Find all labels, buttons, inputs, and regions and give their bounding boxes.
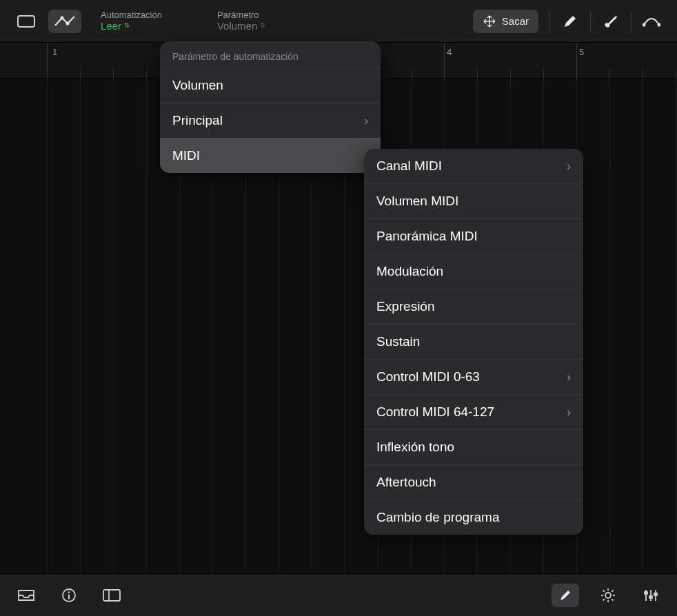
tray-button[interactable] [12,584,40,607]
automation-mode-label: Automatización [101,10,162,21]
menu-title: Parámetro de automatización [160,41,381,68]
brush-tool-button[interactable] [595,10,627,33]
midi-submenu: Canal MIDI›Volumen MIDIPanorámica MIDIMo… [364,149,583,535]
ruler-minor-tick [643,69,643,79]
automation-menu-item[interactable]: Principal› [160,103,381,138]
svg-point-1 [61,16,64,19]
svg-rect-20 [645,592,647,594]
midi-menu-item[interactable]: Panorámica MIDI [364,218,583,254]
curve-icon [643,15,660,28]
pencil-icon [558,588,572,602]
ruler-number: 5 [579,47,584,57]
svg-rect-0 [18,16,34,27]
svg-point-2 [66,21,70,25]
chevron-right-icon: › [567,370,571,384]
menu-item-label: Aftertouch [376,475,436,490]
midi-menu-item[interactable]: Sustain [364,324,583,359]
divider [631,12,631,31]
header-labels: Automatización Leer ⇅ Parámetro Volumen … [101,10,265,33]
ruler-number: 1 [52,47,57,57]
menu-item-label: Volumen MIDI [376,194,458,209]
mixer-button[interactable] [637,584,665,607]
menu-item-label: Volumen [172,78,223,93]
menu-item-label: Inflexión tono [376,440,454,455]
menu-item-label: Principal [172,113,223,128]
top-toolbar: Automatización Leer ⇅ Parámetro Volumen … [0,0,677,43]
ruler-minor-tick [80,69,81,79]
chevron-right-icon: › [567,405,571,420]
automation-mode-value: Leer [101,20,121,32]
menu-item-label: Control MIDI 64-127 [376,404,494,420]
menu-item-label: Panorámica MIDI [376,229,478,244]
svg-rect-22 [649,596,652,598]
menu-item-label: Sustain [376,334,420,349]
brush-icon [603,14,619,29]
chevron-right-icon: › [567,159,571,174]
midi-menu-item[interactable]: Control MIDI 0-63› [364,359,583,394]
sidebar-panel-icon [103,589,121,602]
midi-menu-item[interactable]: Expresión [364,289,583,324]
menu-item-label: Canal MIDI [376,158,442,174]
grid-line [113,79,114,573]
info-button[interactable] [55,584,83,607]
bottom-toolbar [0,573,677,616]
menu-item-label: Expresión [376,299,435,314]
move-icon [483,14,496,28]
grid-line [47,79,48,573]
ruler-minor-tick [477,69,478,79]
ruler-minor-tick [543,69,544,79]
svg-rect-7 [68,594,70,599]
up-down-chevron-icon: ⇅ [124,21,130,30]
settings-gear-button[interactable] [594,584,622,607]
tool-group-left [10,10,81,33]
divider [549,12,550,31]
pencil-icon [563,14,578,29]
ruler-major-tick [47,43,48,79]
grid-line [146,79,147,573]
svg-rect-8 [103,590,120,601]
automation-mode-selector[interactable]: Automatización Leer ⇅ [101,10,162,33]
curve-tool-button[interactable] [636,10,667,33]
move-out-button[interactable]: Sacar [473,10,538,33]
midi-menu-item[interactable]: Cambio de programa [364,500,583,535]
grid-line [643,79,643,573]
menu-item-label: Control MIDI 0-63 [376,369,480,384]
automation-menu-item[interactable]: MIDI› [160,138,381,173]
automation-tool-button[interactable] [48,10,81,33]
svg-line-18 [612,590,613,591]
info-icon [61,588,77,603]
parameter-value: Volumen [217,20,257,32]
region-tool-button[interactable] [10,10,43,33]
midi-menu-item[interactable]: Modulación [364,254,583,289]
midi-menu-item[interactable]: Volumen MIDI [364,183,583,218]
divider [590,12,591,31]
parameter-selector[interactable]: Parámetro Volumen ⇅ [217,10,265,33]
ruler-number: 4 [447,47,452,57]
up-down-chevron-icon: ⇅ [260,21,265,30]
svg-line-16 [612,599,613,600]
midi-menu-item[interactable]: Inflexión tono [364,429,583,464]
midi-menu-item[interactable]: Canal MIDI› [364,149,583,183]
menu-item-label: MIDI [172,148,200,163]
grid-line [80,79,81,573]
top-toolbar-right: Sacar [473,10,667,33]
ruler-minor-tick [113,69,114,79]
midi-menu-item[interactable]: Control MIDI 64-127› [364,394,583,429]
move-out-label: Sacar [502,15,529,27]
svg-line-17 [603,599,605,600]
ruler-minor-tick [146,69,147,79]
svg-point-6 [68,591,70,593]
grid-line [676,79,676,573]
parameter-label: Parámetro [217,10,265,21]
edit-mode-button[interactable] [552,584,579,607]
automation-menu-item[interactable]: Volumen [160,68,381,103]
ruler-minor-tick [609,69,610,79]
midi-menu-item[interactable]: Aftertouch [364,464,583,500]
pencil-tool-button[interactable] [554,10,586,33]
panel-button[interactable] [98,584,125,607]
ruler-minor-tick [510,69,511,79]
tray-icon [17,589,35,602]
grid-line [609,79,610,573]
svg-line-15 [603,590,605,591]
svg-point-10 [605,593,611,598]
